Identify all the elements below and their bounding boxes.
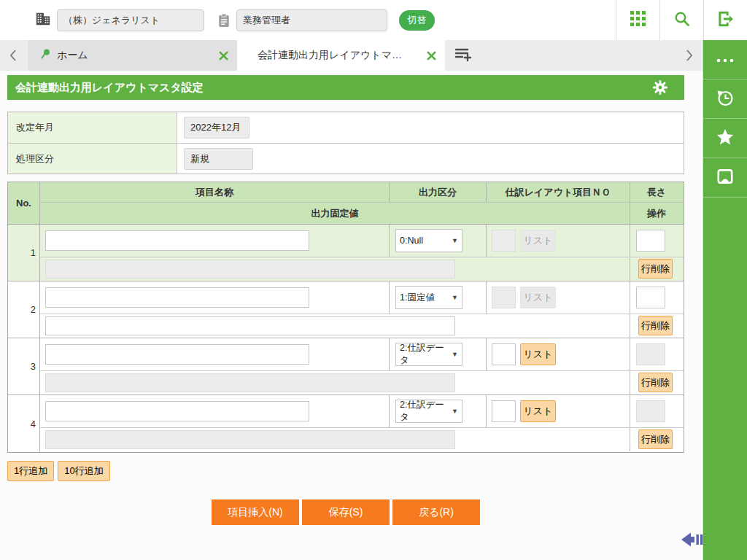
item-name-input[interactable] (45, 401, 309, 421)
settings-button[interactable] (652, 79, 668, 104)
journal-layout-no-input[interactable] (492, 400, 516, 422)
app-window: 切替 (0, 0, 747, 560)
header-form: 改定年月 2022年12月 処理区分 新規 (7, 112, 684, 174)
role-input[interactable] (236, 9, 387, 31)
memo-tray-button[interactable] (703, 158, 747, 198)
output-fixed-value-input[interactable] (45, 316, 455, 335)
tab-bar: ホーム 会計連動出力用レイアウトマ… (0, 40, 703, 71)
col-header-journal-layout-no: 仕訳レイアウト項目ＮＯ (487, 182, 630, 202)
role-icon (217, 12, 231, 28)
back-button[interactable]: 戻る(R) (392, 499, 480, 525)
journal-layout-no-input (492, 230, 516, 252)
row-number: 3 (8, 338, 40, 394)
output-type-select[interactable]: 2:仕訳データ▼ (395, 400, 462, 423)
list-button[interactable]: リスト (520, 400, 556, 422)
tab-home-label: ホーム (57, 49, 217, 62)
pin-icon (39, 48, 51, 63)
output-fixed-value-input (45, 260, 455, 279)
length-input[interactable] (636, 230, 665, 252)
row-number: 4 (8, 395, 40, 452)
add-tab-button[interactable] (445, 40, 481, 71)
right-sidebar (703, 40, 747, 560)
switch-button[interactable]: 切替 (399, 10, 435, 31)
top-bar-actions (616, 0, 747, 40)
add-ten-rows-button[interactable]: 10行追加 (58, 461, 109, 481)
delete-row-button[interactable]: 行削除 (638, 316, 673, 335)
apps-grid-button[interactable] (616, 0, 659, 40)
table-body: 10:Null▼リスト行削除21:固定値▼リスト行削除32:仕訳データ▼リスト行… (8, 225, 684, 452)
list-button[interactable]: リスト (520, 343, 556, 365)
add-tab-icon (454, 45, 473, 66)
tab-home-close-icon[interactable] (217, 49, 230, 62)
more-menu-button[interactable] (703, 40, 747, 79)
history-icon (715, 88, 735, 111)
company-icon (35, 11, 51, 30)
logout-button[interactable] (703, 0, 747, 40)
footer-actions: 項目挿入(N) 保存(S) 戻る(R) (0, 499, 692, 525)
row-number: 2 (8, 281, 40, 338)
length-input (636, 400, 665, 422)
item-name-input[interactable] (45, 344, 309, 365)
search-button[interactable] (659, 0, 703, 40)
insert-item-button[interactable]: 項目挿入(N) (212, 499, 299, 525)
output-type-value: 2:仕訳データ (400, 399, 452, 424)
tab-layout-master[interactable]: 会計連動出力用レイアウトマ… (237, 40, 445, 71)
tabs-scroll-right-button[interactable] (675, 40, 703, 71)
length-input (636, 343, 665, 365)
table-row: 10:Null▼リスト行削除 (8, 225, 684, 281)
table-row: 32:仕訳データ▼リスト行削除 (8, 338, 684, 395)
chevron-down-icon: ▼ (452, 351, 458, 358)
tab-home[interactable]: ホーム (28, 40, 237, 71)
table-header: No. 項目名称 出力区分 仕訳レイアウト項目ＮＯ 長さ 出力固定値 操作 (8, 182, 684, 225)
search-icon (673, 10, 691, 31)
grid-icon (630, 11, 646, 29)
col-header-output-type: 出力区分 (390, 182, 487, 202)
journal-layout-no-input[interactable] (492, 343, 516, 365)
page-title-bar: 会計連動出力用レイアウトマスタ設定 (7, 75, 684, 100)
process-type-label: 処理区分 (8, 144, 177, 174)
output-type-value: 0:Null (400, 236, 423, 246)
tab-layout-master-label: 会計連動出力用レイアウトマ… (258, 49, 425, 62)
table-row: 42:仕訳データ▼リスト行削除 (8, 395, 684, 452)
col-header-operation: 操作 (630, 203, 683, 224)
item-name-input[interactable] (45, 230, 309, 251)
more-dots-icon (716, 53, 735, 66)
col-header-item-name: 項目名称 (40, 182, 390, 202)
delete-row-button[interactable]: 行削除 (638, 429, 673, 449)
add-one-row-button[interactable]: 1行追加 (7, 461, 54, 481)
delete-row-button[interactable]: 行削除 (638, 373, 673, 392)
tabs-scroll-left-button[interactable] (0, 40, 28, 71)
tray-icon (716, 167, 735, 189)
list-button: リスト (520, 287, 556, 308)
length-input[interactable] (636, 287, 665, 308)
output-type-value: 2:仕訳データ (400, 342, 452, 367)
col-header-no: No. (8, 182, 40, 224)
star-icon (716, 128, 735, 149)
revision-month-label: 改定年月 (8, 112, 177, 143)
table-row: 21:固定値▼リスト行削除 (8, 281, 684, 338)
favorites-button[interactable] (703, 119, 747, 158)
delete-row-button[interactable]: 行削除 (638, 259, 673, 279)
item-name-input[interactable] (45, 287, 309, 308)
col-header-output-fixed-value: 出力固定値 (40, 203, 630, 224)
form-row-revision: 改定年月 2022年12月 (8, 112, 684, 143)
page-title: 会計連動出力用レイアウトマスタ設定 (15, 81, 204, 93)
output-type-select[interactable]: 2:仕訳データ▼ (395, 343, 462, 366)
main-content: 会計連動出力用レイアウトマスタ設定 改定年月 2022年12月 処理区分 新規 (0, 71, 703, 560)
gear-icon (652, 79, 668, 96)
col-header-length: 長さ (630, 182, 683, 202)
history-button[interactable] (703, 79, 747, 119)
chevron-down-icon: ▼ (452, 294, 458, 301)
output-type-select[interactable]: 1:固定値▼ (395, 286, 462, 309)
list-button: リスト (520, 230, 556, 252)
logout-icon (716, 9, 735, 31)
layout-items-table: No. 項目名称 出力区分 仕訳レイアウト項目ＮＯ 長さ 出力固定値 操作 10… (7, 182, 684, 453)
tab-layout-master-close-icon[interactable] (425, 49, 438, 62)
output-type-select[interactable]: 0:Null▼ (395, 229, 462, 252)
save-button[interactable]: 保存(S) (302, 499, 390, 525)
form-row-process: 処理区分 新規 (8, 143, 684, 174)
collapse-panel-button[interactable] (681, 531, 705, 548)
company-input[interactable] (57, 9, 204, 31)
top-bar: 切替 (0, 0, 747, 40)
output-fixed-value-input (45, 373, 455, 392)
